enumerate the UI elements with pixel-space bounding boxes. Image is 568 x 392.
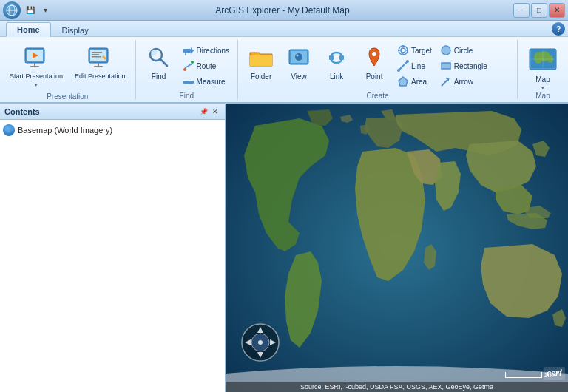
circle-button[interactable]: Circle	[436, 43, 491, 58]
svg-rect-34	[339, 55, 344, 60]
rectangle-label: Rectangle	[454, 62, 487, 70]
circle-label: Circle	[454, 47, 473, 55]
svg-rect-19	[183, 49, 191, 53]
app-logo	[3, 1, 21, 19]
rectangle-button[interactable]: Rectangle	[436, 58, 491, 73]
create-group-label: Create	[243, 92, 513, 100]
svg-rect-6	[34, 63, 36, 66]
dropdown-quick-btn[interactable]: ▾	[38, 4, 52, 17]
arrow-label: Arrow	[454, 78, 473, 86]
arrow-icon	[440, 75, 452, 87]
svg-point-32	[297, 55, 299, 57]
link-label: Link	[330, 72, 343, 81]
pin-panel-button[interactable]: 📌	[198, 107, 209, 117]
svg-point-35	[372, 52, 376, 56]
close-button[interactable]: ✕	[549, 3, 565, 18]
save-quick-btn[interactable]: 💾	[24, 4, 37, 17]
find-icon	[146, 44, 172, 71]
line-label: Line	[411, 62, 425, 70]
ribbon-group-find: Find Directions	[136, 40, 238, 99]
scale-line	[505, 372, 542, 378]
map-icon	[527, 44, 558, 74]
map-dropdown-icon: ▾	[541, 85, 544, 91]
svg-point-43	[397, 69, 400, 72]
folder-label: Folder	[251, 72, 271, 81]
tab-home[interactable]: Home	[6, 22, 51, 37]
svg-point-22	[183, 68, 186, 71]
window-title: ArcGIS Explorer - My Default Map	[52, 5, 513, 16]
minimize-button[interactable]: −	[513, 3, 530, 18]
maximize-button[interactable]: □	[531, 3, 547, 18]
esri-logo: esri	[544, 367, 565, 380]
quick-access-toolbar: 💾 ▾	[24, 4, 52, 17]
navigation-control[interactable]	[240, 322, 280, 362]
line-icon	[397, 60, 409, 72]
tab-display[interactable]: Display	[51, 23, 100, 37]
layer-item[interactable]: Basemap (World Imagery)	[3, 123, 222, 138]
start-presentation-button[interactable]: Start Presentation ▾	[4, 41, 68, 91]
view-icon	[285, 44, 312, 71]
presentation-group-label: Presentation	[4, 92, 131, 101]
area-label: Area	[411, 78, 427, 86]
svg-point-65	[258, 340, 263, 345]
target-button[interactable]: Target	[393, 43, 436, 58]
find-group-label: Find	[141, 92, 233, 100]
view-button[interactable]: View	[280, 41, 317, 90]
layer-globe-icon	[3, 124, 15, 136]
ribbon-tabs: Home Display ?	[0, 21, 568, 37]
directions-button[interactable]: Directions	[179, 43, 233, 58]
layer-name: Basemap (World Imagery)	[18, 126, 112, 135]
link-button[interactable]: Link	[318, 41, 355, 90]
edit-presentation-button[interactable]: Edit Presentation	[70, 41, 131, 90]
svg-point-46	[442, 46, 450, 55]
close-panel-button[interactable]: ✕	[210, 107, 220, 117]
find-buttons: Find Directions	[141, 41, 233, 90]
measure-button[interactable]: Measure	[179, 74, 233, 89]
point-label: Point	[366, 72, 383, 81]
map-button[interactable]: Map ▾	[522, 41, 564, 90]
svg-line-18	[160, 59, 167, 66]
contents-body: Basemap (World Imagery)	[0, 120, 225, 392]
svg-rect-7	[30, 66, 39, 67]
titlebar-left: 💾 ▾	[3, 1, 52, 19]
edit-presentation-label: Edit Presentation	[75, 72, 126, 81]
ribbon: Start Presentation ▾ Edit	[0, 37, 568, 104]
find-small-buttons: Directions Route	[179, 41, 233, 89]
map-attribution: Source: ESRI, i-cubed, USDA FSA, USGS, A…	[226, 382, 568, 392]
view-label: View	[291, 72, 307, 81]
measure-label: Measure	[197, 78, 226, 86]
directions-label: Directions	[197, 47, 229, 55]
svg-point-23	[191, 61, 194, 64]
arrow-button[interactable]: Arrow	[436, 74, 491, 89]
help-button[interactable]: ?	[552, 22, 565, 36]
folder-button[interactable]: Folder	[243, 41, 280, 90]
line-button[interactable]: Line	[393, 58, 436, 73]
svg-point-31	[295, 53, 302, 61]
contents-title: Contents	[4, 107, 40, 116]
create-buttons: Folder View	[243, 41, 513, 90]
map-group-label: Map	[522, 92, 564, 100]
map-area[interactable]: 1m esri Source: ESRI, i-cubed, USDA FSA,…	[226, 104, 568, 392]
main-area: Contents 📌 ✕ Basemap (World Imagery)	[0, 104, 568, 392]
svg-point-44	[406, 60, 409, 63]
contents-controls: 📌 ✕	[198, 107, 220, 117]
presentation-buttons: Start Presentation ▾ Edit	[4, 41, 131, 91]
svg-marker-45	[399, 77, 408, 86]
point-button[interactable]: Point	[356, 41, 393, 90]
area-button[interactable]: Area	[393, 74, 436, 89]
svg-point-17	[151, 50, 157, 55]
route-button[interactable]: Route	[179, 58, 233, 73]
link-icon	[323, 44, 350, 71]
measure-icon	[183, 75, 195, 87]
find-button[interactable]: Find	[141, 41, 178, 90]
circle-icon	[440, 44, 452, 56]
svg-marker-20	[191, 47, 194, 54]
start-presentation-label: Start Presentation	[10, 72, 63, 81]
ribbon-group-presentation: Start Presentation ▾ Edit	[0, 40, 136, 99]
rectangle-icon	[440, 60, 452, 72]
directions-icon	[183, 44, 195, 56]
svg-rect-11	[92, 54, 99, 55]
map-label: Map	[535, 75, 550, 84]
ribbon-group-map: Map ▾ Map	[518, 40, 568, 99]
svg-rect-10	[92, 52, 102, 53]
